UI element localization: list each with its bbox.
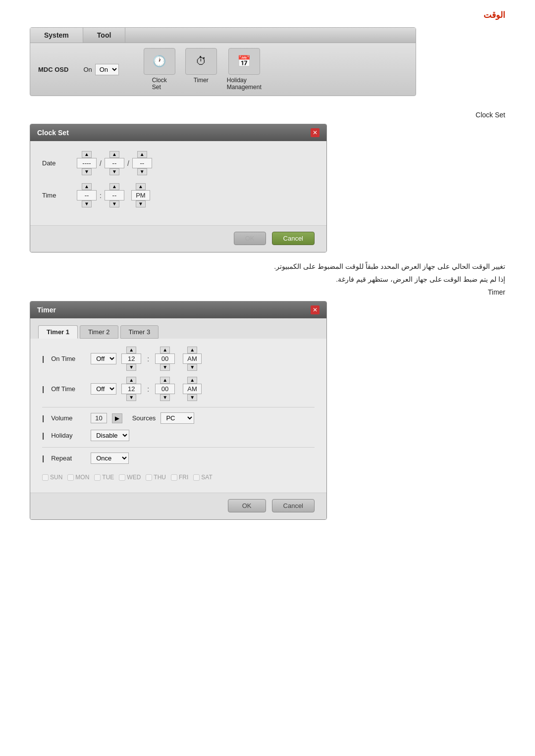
clock-set-ok-button[interactable]: OK — [234, 232, 266, 245]
off-time-select[interactable]: Off On — [91, 383, 116, 395]
day-thu-checkbox[interactable] — [146, 474, 152, 481]
day-sat[interactable]: SAT — [193, 474, 212, 481]
day-wed-checkbox[interactable] — [119, 474, 125, 481]
on-time-select[interactable]: Off On — [91, 353, 116, 364]
timer-tab-3[interactable]: Timer 3 — [120, 325, 159, 339]
timer-dialog: Timer ✕ Timer 1 Timer 2 Timer 3 | On Tim… — [30, 301, 327, 520]
day-sat-checkbox[interactable] — [193, 474, 200, 481]
timer-footer: OK Cancel — [30, 493, 326, 519]
on-time-min-value: 00 — [155, 353, 175, 364]
timer-cancel-button[interactable]: Cancel — [272, 499, 315, 512]
off-time-hour-up[interactable]: ▲ — [126, 377, 136, 384]
timer-tab-1[interactable]: Timer 1 — [38, 325, 78, 339]
clock-set-cancel-button[interactable]: Cancel — [272, 232, 315, 245]
day-sun-checkbox[interactable] — [42, 474, 49, 481]
day-mon[interactable]: MON — [67, 474, 89, 481]
off-time-hour-down[interactable]: ▼ — [126, 394, 136, 401]
holiday-indicator: | — [42, 431, 44, 440]
on-colon: : — [146, 355, 150, 363]
on-time-ampm-up[interactable]: ▲ — [187, 347, 197, 353]
day-fri[interactable]: FRI — [171, 474, 188, 481]
clock-set-icon: 🕐 — [144, 48, 175, 75]
holiday-select[interactable]: Disable Enable — [91, 430, 129, 441]
day-sun[interactable]: SUN — [42, 474, 62, 481]
time-label: Time — [42, 192, 72, 199]
on-time-min-up[interactable]: ▲ — [160, 347, 170, 353]
icon-timer[interactable]: ⏱ Timer — [185, 48, 217, 91]
volume-right-btn[interactable]: ▶ — [112, 413, 122, 423]
time-min-up[interactable]: ▲ — [109, 183, 119, 190]
day-mon-checkbox[interactable] — [67, 474, 74, 481]
date-month-down[interactable]: ▼ — [109, 168, 119, 175]
volume-value: 10 — [91, 413, 107, 423]
date-day-down[interactable]: ▼ — [137, 168, 147, 175]
timer-ok-button[interactable]: OK — [228, 499, 266, 512]
mdc-osd-label: MDC OSD — [38, 66, 68, 73]
off-time-min-up[interactable]: ▲ — [160, 377, 170, 384]
date-year-up[interactable]: ▲ — [82, 151, 92, 158]
time-ampm-down[interactable]: ▼ — [136, 201, 146, 207]
day-thu[interactable]: THU — [146, 474, 166, 481]
time-hour-down[interactable]: ▼ — [82, 201, 92, 207]
date-label: Date — [42, 159, 72, 167]
menu-body: MDC OSD On On Off 🕐 ClockSet ⏱ Timer 📅 H… — [30, 43, 416, 96]
day-tue-checkbox[interactable] — [94, 474, 101, 481]
date-year-value: ---- — [77, 158, 97, 168]
holiday-row: | Holiday Disable Enable — [42, 430, 315, 441]
day-fri-checkbox[interactable] — [171, 474, 177, 481]
time-ampm-up[interactable]: ▲ — [136, 183, 146, 190]
clock-set-footer: OK Cancel — [30, 225, 326, 252]
day-tue[interactable]: TUE — [94, 474, 114, 481]
sources-label: Sources — [132, 414, 156, 422]
timer-title-bar: Timer ✕ — [30, 302, 326, 318]
on-time-hour-down[interactable]: ▼ — [126, 364, 136, 371]
date-day-value: -- — [132, 158, 152, 168]
on-time-hour-up[interactable]: ▲ — [126, 347, 136, 353]
date-month-spinner: ▲ -- ▼ — [105, 151, 124, 175]
off-time-ampm-value: AM — [183, 384, 202, 394]
menu-area: System Tool MDC OSD On On Off 🕐 ClockSet… — [30, 27, 416, 96]
off-time-ampm-up[interactable]: ▲ — [187, 377, 197, 384]
on-time-hour-value: 12 — [121, 353, 141, 364]
off-time-indicator: | — [42, 385, 44, 393]
icon-clock-set[interactable]: 🕐 ClockSet — [144, 48, 175, 91]
mdc-osd-value: On — [83, 66, 92, 73]
off-time-min-down[interactable]: ▼ — [160, 394, 170, 401]
clock-set-dialog: Clock Set ✕ Date ▲ ---- ▼ / ▲ -- ▼ / — [30, 124, 327, 252]
clock-set-body: Date ▲ ---- ▼ / ▲ -- ▼ / ▲ -- ▼ — [30, 141, 326, 225]
date-day-up[interactable]: ▲ — [137, 151, 147, 158]
divider-1 — [42, 407, 315, 407]
time-hour-value: -- — [77, 190, 97, 201]
mdc-osd-dropdown[interactable]: On Off — [95, 64, 119, 75]
tab-system[interactable]: System — [30, 28, 83, 43]
time-ampm-spinner: ▲ PM ▼ — [131, 183, 150, 207]
timer-tab-2[interactable]: Timer 2 — [80, 325, 118, 339]
sources-select[interactable]: PC HDMI — [160, 412, 194, 424]
date-sep1: / — [99, 159, 103, 167]
on-time-ampm-down[interactable]: ▼ — [187, 364, 197, 371]
timer-close-button[interactable]: ✕ — [311, 305, 320, 314]
date-month-up[interactable]: ▲ — [109, 151, 119, 158]
day-wed[interactable]: WED — [119, 474, 141, 481]
time-hour-up[interactable]: ▲ — [82, 183, 92, 190]
off-time-ampm-down[interactable]: ▼ — [187, 394, 197, 401]
time-min-down[interactable]: ▼ — [109, 201, 119, 207]
date-year-down[interactable]: ▼ — [82, 168, 92, 175]
tab-tool[interactable]: Tool — [83, 28, 126, 43]
timer-body: | On Time Off On ▲ 12 ▼ : ▲ 00 ▼ ▲ AM ▼ — [30, 339, 326, 493]
date-month-value: -- — [105, 158, 124, 168]
repeat-select[interactable]: Once Daily Weekly — [91, 453, 129, 464]
date-spinner-group: ▲ ---- ▼ / ▲ -- ▼ / ▲ -- ▼ — [77, 151, 152, 175]
clock-set-close-button[interactable]: ✕ — [311, 128, 320, 137]
icon-holiday[interactable]: 📅 HolidayManagement — [227, 48, 262, 91]
holiday-label: HolidayManagement — [227, 77, 262, 91]
on-time-ampm-spinner: ▲ AM ▼ — [183, 347, 202, 371]
mdc-osd-select-group: On On Off — [83, 64, 118, 75]
date-sep2: / — [126, 159, 130, 167]
timer-section-label: Timer — [30, 288, 505, 296]
menu-tabs: System Tool — [30, 28, 416, 43]
time-colon: : — [99, 192, 103, 200]
icon-grid: 🕐 ClockSet ⏱ Timer 📅 HolidayManagement — [144, 48, 262, 91]
clock-set-section-label: Clock Set — [30, 111, 505, 119]
on-time-min-down[interactable]: ▼ — [160, 364, 170, 371]
